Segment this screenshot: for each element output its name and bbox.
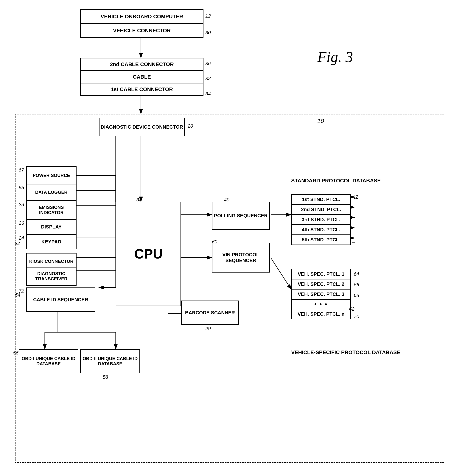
data-logger-box: DATA LOGGER — [26, 184, 77, 201]
cable-1st-label: 1st CABLE CONNECTOR — [81, 84, 203, 95]
figure-label: Fig. 3 — [317, 49, 353, 66]
ref-24: 24 — [19, 235, 24, 241]
vehicle-computer-box: VEHICLE ONBOARD COMPUTER VEHICLE CONNECT… — [80, 9, 204, 38]
ref-26: 26 — [19, 220, 24, 226]
emissions-box: EMISSIONS INDICATOR — [26, 201, 77, 219]
ref-70: 70 — [354, 314, 359, 319]
ref-29: 29 — [205, 326, 211, 332]
std-ptcl-3: 3rd STND. PTCL. — [291, 214, 351, 225]
std-protocol-label: STANDARD PROTOCOL DATABASE — [291, 177, 357, 184]
ref-40: 40 — [224, 197, 229, 203]
ref-60: 60 — [212, 239, 217, 245]
cable-box: 2nd CABLE CONNECTOR CABLE 1st CABLE CONN… — [80, 58, 204, 96]
ref-54: 54 — [15, 292, 20, 298]
cable-id-seq-box: CABLE ID SEQUENCER — [26, 288, 95, 312]
diag-trans-box: DIAGNOSTIC TRANSCEIVER — [26, 267, 77, 286]
veh-ptcl-1: VEH. SPEC. PTCL. 1 — [291, 269, 351, 280]
veh-spec-stack: VEH. SPEC. PTCL. 1 VEH. SPEC. PTCL. 2 VE… — [291, 269, 351, 319]
vehicle-computer-label: VEHICLE ONBOARD COMPUTER — [81, 10, 203, 24]
std-protocol-stack: 1st STND. PTCL. 2nd STND. PTCL. 3rd STND… — [291, 194, 351, 245]
display-box: DISPLAY — [26, 219, 77, 234]
vin-seq-box: VIN PROTOCOL SEQUENCER — [212, 243, 270, 272]
polling-seq-box: POLLING SEQUENCER — [212, 202, 270, 230]
ref-34: 34 — [205, 91, 211, 97]
cable-main-label: CABLE — [81, 71, 203, 84]
ref-20: 20 — [188, 123, 193, 129]
ref-56: 56 — [13, 350, 18, 356]
ref-10: 10 — [317, 118, 324, 125]
barcode-box: BARCODE SCANNER — [181, 300, 239, 325]
ref-66: 66 — [354, 282, 359, 288]
ref-30: 30 — [205, 30, 211, 36]
std-ptcl-5: 5th STND. PTCL. — [291, 234, 351, 245]
ref-38: 38 — [136, 197, 142, 203]
std-ptcl-2: 2nd STND. PTCL. — [291, 204, 351, 215]
veh-ptcl-3: VEH. SPEC. PTCL. 3 — [291, 289, 351, 300]
power-source-box: POWER SOURCE — [26, 166, 77, 185]
veh-spec-db-label: VEHICLE-SPECIFIC PROTOCOL DATABASE — [291, 349, 357, 356]
ref-22: 22 — [15, 241, 20, 246]
veh-ptcl-n: VEH. SPEC. PTCL. n — [291, 309, 351, 319]
std-ptcl-4: 4th STND. PTCL. — [291, 224, 351, 235]
ref-67: 67 — [19, 167, 24, 173]
cpu-box: CPU — [116, 202, 181, 306]
veh-ptcl-2: VEH. SPEC. PTCL. 2 — [291, 279, 351, 289]
ref-58: 58 — [103, 374, 108, 380]
ref-42: 42 — [353, 194, 358, 200]
std-ptcl-1: 1st STND. PTCL. — [291, 194, 351, 205]
veh-ptcl-dots: • • • — [291, 299, 351, 309]
ref-65: 65 — [19, 185, 24, 191]
obd1-box: OBD-I UNIQUE CABLE ID DATABASE — [19, 349, 78, 373]
ref-12: 12 — [205, 13, 211, 19]
cable-2nd-label: 2nd CABLE CONNECTOR — [81, 59, 203, 71]
ref-64: 64 — [354, 271, 359, 277]
ref-32: 32 — [205, 76, 211, 81]
obd2-box: OBD-II UNIQUE CABLE ID DATABASE — [80, 349, 140, 373]
diagram: Fig. 3 VEHICLE ONBOARD COMPUTER VEHICLE … — [0, 0, 462, 476]
ref-28: 28 — [19, 202, 24, 207]
ref-68: 68 — [354, 292, 359, 298]
diag-connector-box: DIAGNOSTIC DEVICE CONNECTOR — [99, 118, 185, 136]
keypad-box: KEYPAD — [26, 234, 77, 249]
ref-36: 36 — [205, 61, 211, 67]
vehicle-connector-label: VEHICLE CONNECTOR — [81, 24, 203, 37]
ref-62: 62 — [349, 306, 354, 312]
